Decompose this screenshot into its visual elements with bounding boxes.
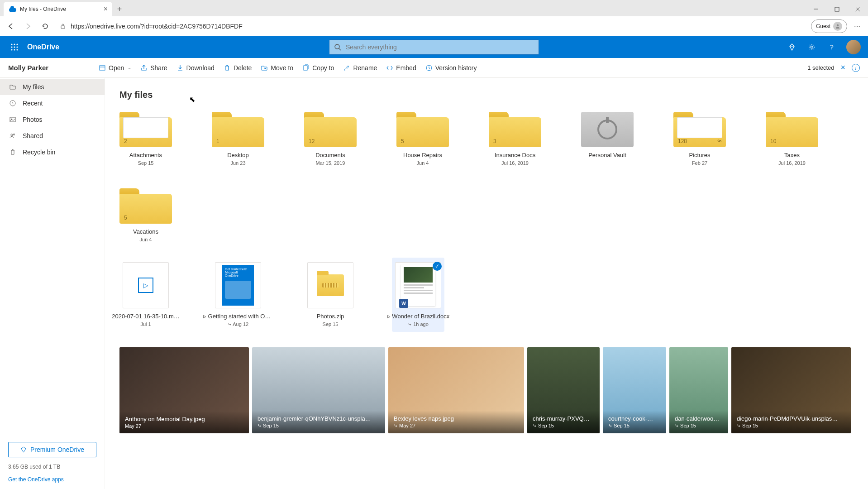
storage-text: 3.65 GB used of 1 TB (8, 464, 96, 470)
brand-label[interactable]: OneDrive (27, 43, 59, 51)
user-name: Molly Parker (8, 64, 94, 72)
user-avatar[interactable] (846, 40, 861, 54)
item-date: Jun 4 (417, 160, 429, 166)
folder-item[interactable]: 2AttachmentsSep 15 (119, 112, 172, 166)
download-button[interactable]: Download (172, 58, 219, 78)
photo-name: Anthony on Memorial Day.jpeg (125, 416, 243, 422)
folder-count: 10 (770, 138, 776, 144)
search-input[interactable] (346, 43, 534, 51)
premium-button[interactable]: Premium OneDrive (8, 442, 96, 457)
folder-item[interactable]: 12DocumentsMar 15, 2019 (304, 112, 357, 166)
version-history-button[interactable]: Version history (421, 58, 482, 78)
new-tab-button[interactable]: + (112, 2, 127, 16)
photo-tile[interactable]: Bexley loves naps.jpeg⤷ May 27 (388, 347, 524, 433)
info-button[interactable]: i (852, 64, 860, 72)
folder-item[interactable]: 5VacationsJun 4 (119, 188, 172, 242)
sidebar-item-my-files[interactable]: My files (0, 79, 105, 95)
guest-avatar-icon (833, 22, 842, 31)
item-date: Jul 1 (140, 321, 151, 327)
profile-button[interactable]: Guest (811, 19, 847, 33)
rename-button[interactable]: Rename (339, 58, 382, 78)
folder-item[interactable]: 1DesktopJun 23 (212, 112, 264, 166)
photo-date: ⤷ Sep 15 (737, 423, 845, 429)
svg-point-7 (14, 43, 15, 45)
svg-point-5 (837, 24, 839, 26)
photo-tile[interactable]: dan-calderwoo…⤷ Sep 15 (669, 347, 728, 433)
photo-tile[interactable]: courtney-cook-…⤷ Sep 15 (603, 347, 666, 433)
folder-item[interactable]: 5House RepairsJun 4 (396, 112, 449, 166)
photo-name: courtney-cook-… (608, 415, 661, 422)
item-date: Jun 23 (230, 160, 245, 166)
photo-tile[interactable]: diego-marin-PeDMdPVVUik-unsplas…⤷ Sep 15 (731, 347, 851, 433)
photo-tile[interactable]: chris-murray-PXVQ…⤷ Sep 15 (527, 347, 600, 433)
close-window-button[interactable] (847, 2, 868, 16)
folder-icon (9, 83, 16, 91)
folder-item[interactable]: Personal Vault (581, 112, 634, 166)
file-item[interactable]: Get started withMicrosoft OneDriveᐅ Gett… (212, 262, 264, 327)
embed-button[interactable]: Embed (382, 58, 420, 78)
folder-count: 3 (493, 138, 496, 144)
url-field[interactable]: https://onedrive.live.com/?id=root&cid=2… (55, 19, 808, 34)
app-launcher-button[interactable] (4, 36, 25, 58)
command-bar: Molly Parker Open⌄ Share Download Delete… (0, 58, 868, 78)
folder-item[interactable]: 3Insurance DocsJul 16, 2019 (489, 112, 541, 166)
sidebar-item-recycle[interactable]: Recycle bin (0, 144, 105, 160)
browser-tab[interactable]: My files - OneDrive × (4, 2, 112, 16)
delete-button[interactable]: Delete (219, 58, 256, 78)
refresh-button[interactable] (38, 19, 52, 34)
clear-selection-button[interactable]: × (840, 63, 845, 72)
lock-icon (60, 23, 66, 29)
photo-row: Anthony on Memorial Day.jpegMay 27benjam… (119, 347, 854, 433)
file-item[interactable]: ▷2020-07-01 16-35-10.m…Jul 1 (119, 262, 172, 327)
svg-point-28 (13, 134, 14, 135)
item-name: Pictures (689, 152, 711, 158)
settings-icon[interactable] (803, 36, 821, 58)
photo-tile[interactable]: Anthony on Memorial Day.jpegMay 27 (119, 347, 249, 433)
folder-count: 1 (216, 138, 219, 144)
apps-link[interactable]: Get the OneDrive apps (8, 476, 96, 483)
search-box[interactable] (329, 39, 539, 55)
file-item[interactable]: W✓ᐅ Wonder of Brazil.docx⤷ 1h ago (392, 258, 444, 332)
folder-icon: 10 (766, 112, 818, 147)
item-name: Photos.zip (317, 313, 344, 320)
folder-count: 12 (309, 138, 315, 144)
help-icon[interactable]: ? (823, 36, 841, 58)
address-bar: https://onedrive.live.com/?id=root&cid=2… (0, 16, 868, 36)
sidebar-item-photos[interactable]: Photos (0, 111, 105, 128)
sidebar-item-shared[interactable]: Shared (0, 128, 105, 144)
folder-icon: 3 (489, 112, 541, 147)
shared-icon (717, 139, 722, 144)
svg-point-9 (11, 46, 12, 48)
sidebar-item-recent[interactable]: Recent (0, 95, 105, 111)
item-name: Attachments (129, 152, 162, 158)
move-to-button[interactable]: Move to (256, 58, 298, 78)
item-date: Mar 15, 2019 (316, 160, 345, 166)
maximize-button[interactable] (826, 2, 847, 16)
photo-tile[interactable]: benjamin-gremler-qONhYBVNz1c-unspla…⤷ Se… (252, 347, 385, 433)
folder-item[interactable]: 10TaxesJul 16, 2019 (766, 112, 818, 166)
item-name: Vacations (133, 228, 158, 235)
minimize-button[interactable] (806, 2, 826, 16)
copy-to-button[interactable]: Copy to (298, 58, 339, 78)
item-date: Jun 4 (140, 237, 152, 242)
share-button[interactable]: Share (136, 58, 172, 78)
folder-item[interactable]: 128PicturesFeb 27 (673, 112, 726, 166)
item-name: House Repairs (403, 152, 442, 158)
check-icon: ✓ (433, 262, 442, 271)
folder-count: 2 (124, 138, 127, 144)
file-item[interactable]: Photos.zipSep 15 (304, 262, 357, 327)
close-tab-icon[interactable]: × (104, 5, 108, 13)
item-name: Desktop (227, 152, 249, 158)
file-thumbnail: ▷ (123, 262, 169, 308)
svg-line-16 (339, 48, 341, 50)
premium-icon[interactable] (783, 36, 801, 58)
embed-icon (386, 64, 393, 72)
open-button[interactable]: Open⌄ (94, 58, 136, 78)
item-date: Sep 15 (138, 160, 154, 166)
more-button[interactable]: ⋯ (850, 19, 864, 34)
forward-button[interactable] (21, 19, 35, 34)
back-button[interactable] (4, 19, 18, 34)
shared-icon: ᐅ (203, 314, 206, 319)
item-date: Feb 27 (692, 160, 707, 166)
file-thumbnail: W✓ (395, 262, 441, 308)
